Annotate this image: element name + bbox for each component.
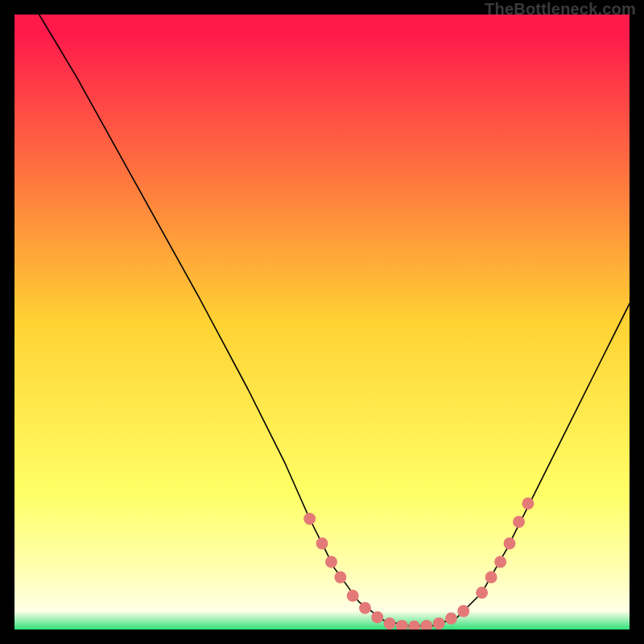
highlight-marker bbox=[384, 617, 396, 630]
highlight-marker bbox=[476, 587, 488, 599]
highlight-marker bbox=[316, 538, 328, 550]
highlight-marker bbox=[347, 590, 359, 602]
chart-svg bbox=[14, 14, 630, 630]
highlight-marker bbox=[522, 497, 534, 510]
highlight-marker bbox=[513, 516, 525, 528]
highlight-marker bbox=[433, 617, 445, 630]
highlight-marker bbox=[485, 572, 497, 584]
gradient-background bbox=[14, 14, 630, 630]
plot-area bbox=[14, 14, 630, 630]
watermark-text: TheBottleneck.com bbox=[485, 0, 636, 19]
highlight-marker bbox=[504, 538, 516, 550]
chart-frame: TheBottleneck.com bbox=[0, 0, 644, 644]
highlight-marker bbox=[445, 613, 457, 625]
highlight-marker bbox=[303, 513, 316, 525]
highlight-marker bbox=[457, 605, 469, 617]
highlight-marker bbox=[325, 556, 337, 568]
highlight-marker bbox=[494, 556, 506, 568]
highlight-marker bbox=[371, 611, 383, 623]
highlight-marker bbox=[359, 602, 371, 614]
highlight-marker bbox=[334, 572, 346, 584]
